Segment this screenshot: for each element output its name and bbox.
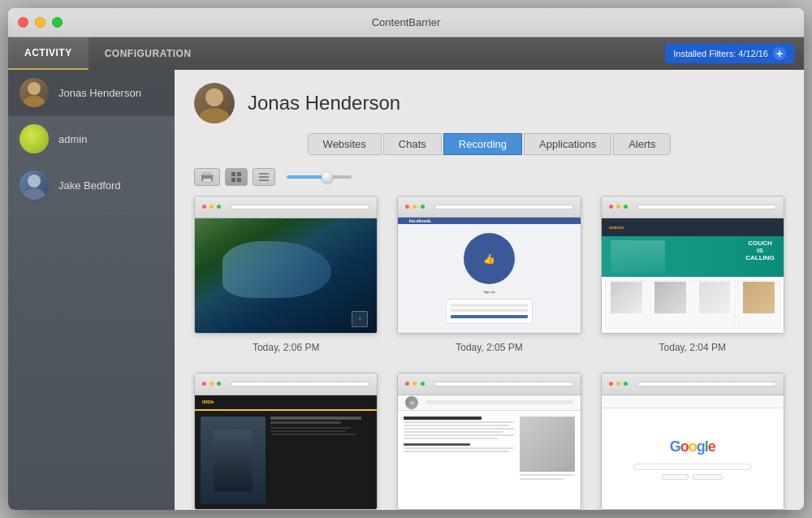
sidebar-name-jonas: Jonas Henderson [58, 87, 141, 99]
zoom-slider[interactable] [287, 175, 352, 179]
svg-rect-7 [259, 173, 269, 175]
ss1-url-bar [231, 205, 370, 209]
toolbar-right: Installed Filters: 4/12/16 + [665, 37, 804, 70]
ss2-fb-content: facebook 👍 Sign Up [398, 218, 580, 333]
slider-track[interactable] [287, 175, 352, 179]
screenshots-container: + Today, 2:06 PM [175, 196, 804, 510]
maximize-button[interactable] [52, 17, 63, 28]
ss5-wiki-sidebar [520, 417, 575, 504]
screenshot-thumb-1[interactable]: + [194, 196, 378, 334]
print-button[interactable] [194, 168, 220, 186]
screenshots-grid: + Today, 2:06 PM [194, 196, 784, 510]
ss5-url-bar [434, 382, 573, 386]
ss-facebook-container: facebook 👍 Sign Up [398, 196, 580, 333]
grid-view-button[interactable] [225, 168, 248, 186]
screenshot-label-2: Today, 2:05 PM [456, 342, 523, 353]
list-view-button[interactable] [253, 168, 275, 186]
close-button[interactable] [18, 17, 28, 28]
ss2-min-dot [412, 205, 417, 209]
ss1-map-content: + [195, 218, 377, 333]
svg-rect-8 [259, 176, 269, 178]
svg-rect-3 [231, 172, 235, 176]
tab-alerts[interactable]: Alerts [613, 133, 671, 155]
content-area: Jonas Henderson Websites Chats Recording… [175, 70, 804, 510]
ss4-min-dot [209, 382, 214, 386]
installed-filters-badge[interactable]: Installed Filters: 4/12/16 + [665, 44, 794, 63]
screenshot-item-1[interactable]: + Today, 2:06 PM [194, 196, 378, 353]
ss1-max-dot [217, 205, 221, 209]
ss-wiki-container: W [398, 373, 580, 510]
screenshot-thumb-2[interactable]: facebook 👍 Sign Up [397, 196, 581, 334]
user-header: Jonas Henderson [175, 70, 804, 133]
ss4-movie-content: IMDb [195, 395, 377, 510]
screenshot-thumb-3[interactable]: amazon COUCHISCALLING [601, 196, 784, 334]
printer-icon [201, 171, 214, 183]
svg-rect-5 [231, 178, 235, 182]
add-filter-icon[interactable]: + [773, 47, 786, 60]
ss1-min-dot [209, 205, 214, 209]
avatar-jonas [19, 78, 49, 107]
ss5-close-dot [405, 382, 409, 386]
sidebar-item-admin[interactable]: admin [8, 116, 175, 162]
slider-thumb[interactable] [322, 171, 333, 183]
tab-applications[interactable]: Applications [524, 133, 611, 155]
screenshot-item-3[interactable]: amazon COUCHISCALLING [601, 196, 784, 353]
minimize-button[interactable] [35, 17, 45, 28]
ss6-min-dot [616, 382, 620, 386]
svg-rect-6 [237, 178, 241, 182]
ss6-browser-bar [602, 373, 784, 395]
ss6-search-buttons [662, 474, 723, 480]
sidebar-item-jake[interactable]: Jake Bedford [8, 162, 175, 209]
ss6-search-bar [633, 464, 752, 470]
screenshot-item-6[interactable]: Google [601, 373, 784, 510]
sidebar-name-admin: admin [58, 133, 87, 145]
ss2-like-icon: 👍 [464, 233, 515, 284]
screenshot-thumb-6[interactable]: Google [601, 373, 784, 510]
ss4-browser-bar [195, 373, 377, 395]
toolbar: ACTIVITY CONFIGURATION Installed Filters… [8, 37, 804, 70]
ss3-browser-bar [602, 196, 784, 218]
ss3-url-bar [637, 205, 776, 209]
sidebar-item-jonas[interactable]: Jonas Henderson [8, 70, 175, 116]
window-title: ContentBarrier [372, 16, 441, 28]
filters-label: Installed Filters: 4/12/16 [673, 49, 768, 58]
traffic-lights [18, 17, 63, 28]
ss6-google-center: Google [602, 408, 784, 509]
ss2-browser-bar [398, 196, 580, 218]
user-avatar-large [194, 83, 235, 123]
ss2-close-dot [405, 205, 409, 209]
screenshot-item-2[interactable]: facebook 👍 Sign Up [397, 196, 581, 353]
tab-bar: Websites Chats Recording Applications Al… [175, 133, 804, 165]
ss2-form [446, 299, 533, 324]
ss4-site-logo: IMDb [202, 399, 214, 404]
tab-websites[interactable]: Websites [308, 133, 382, 155]
app-window: ContentBarrier ACTIVITY CONFIGURATION In… [8, 8, 804, 510]
ss-google-container: Google [602, 373, 784, 510]
svg-rect-2 [203, 179, 211, 182]
sidebar-name-jake: Jake Bedford [58, 179, 121, 192]
ss6-google-content: Google [602, 395, 784, 510]
screenshot-thumb-5[interactable]: W [397, 373, 581, 510]
screenshot-item-4[interactable]: IMDb [194, 373, 378, 510]
ss-amazon-container: amazon COUCHISCALLING [602, 196, 784, 333]
ss5-wiki-content: W [398, 395, 580, 510]
ss4-poster [201, 417, 266, 504]
tab-activity[interactable]: ACTIVITY [8, 37, 89, 70]
ss6-close-dot [609, 382, 613, 386]
svg-rect-1 [203, 172, 211, 175]
ss5-min-dot [412, 382, 417, 386]
ss6-url-bar [637, 382, 776, 386]
tab-chats[interactable]: Chats [383, 133, 442, 155]
ss2-url-bar [434, 205, 573, 209]
ss5-max-dot [421, 382, 425, 386]
ss3-close-dot [609, 205, 613, 209]
tab-recording[interactable]: Recording [443, 133, 522, 155]
screenshot-item-5[interactable]: W [397, 373, 581, 510]
tab-configuration[interactable]: CONFIGURATION [89, 37, 208, 70]
screenshot-thumb-4[interactable]: IMDb [194, 373, 378, 510]
avatar-admin [19, 124, 49, 153]
ss2-signup-text: Sign Up [483, 290, 495, 294]
ss3-banner: COUCHISCALLING [602, 236, 784, 276]
ss3-products [602, 277, 784, 333]
user-name-large: Jonas Henderson [248, 92, 400, 114]
